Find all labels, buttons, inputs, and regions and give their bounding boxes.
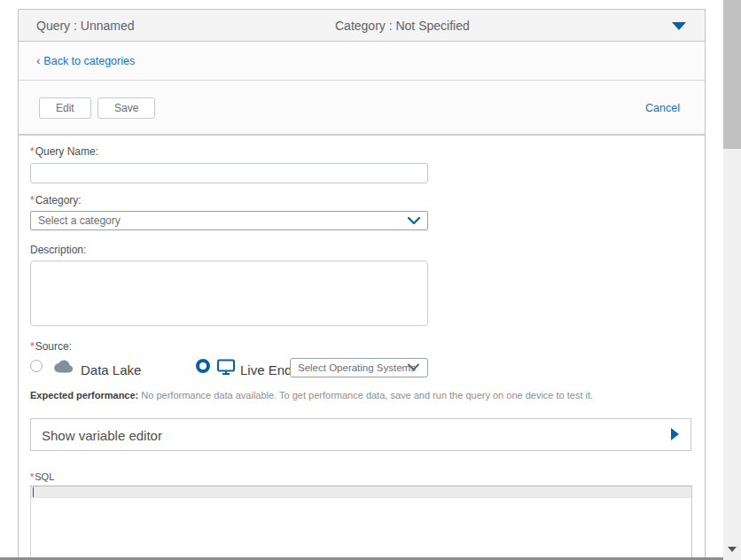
sql-active-line <box>31 486 691 498</box>
sql-label: *SQL <box>30 471 54 482</box>
operating-systems-select-value: Select Operating Systems <box>298 362 416 373</box>
description-label: Description: <box>30 244 86 256</box>
query-name-input[interactable] <box>30 163 428 183</box>
collapse-caret-icon[interactable] <box>672 22 686 30</box>
required-asterisk: * <box>30 145 35 158</box>
required-asterisk: * <box>30 340 35 353</box>
panel-header: Query : Unnamed Category : Not Specified <box>19 10 705 42</box>
cloud-icon <box>51 359 74 378</box>
sql-code-editor[interactable] <box>30 486 692 560</box>
category-select[interactable]: Select a category <box>30 211 428 230</box>
required-asterisk: * <box>30 471 34 482</box>
back-link-label: Back to categories <box>43 55 135 67</box>
cancel-link[interactable]: Cancel <box>645 102 680 114</box>
monitor-icon <box>216 358 236 379</box>
back-to-categories-link[interactable]: ‹Back to categories <box>36 54 135 67</box>
description-textarea[interactable] <box>30 261 428 326</box>
operating-systems-select[interactable]: Select Operating Systems <box>290 358 428 377</box>
chevron-down-icon <box>408 363 419 371</box>
show-variable-editor-label: Show variable editor <box>42 428 162 443</box>
query-title: Query : Unnamed <box>36 19 135 33</box>
text-caret <box>33 487 34 497</box>
source-label: *Source: <box>30 340 72 353</box>
expected-performance-text: No performance data available. To get pe… <box>138 390 593 401</box>
show-variable-editor-toggle[interactable]: Show variable editor <box>30 418 691 451</box>
chevron-down-icon <box>408 216 420 225</box>
category-select-value: Select a category <box>38 214 121 227</box>
vertical-scrollbar-thumb[interactable] <box>723 0 741 149</box>
category-title: Category : Not Specified <box>335 19 470 33</box>
action-toolbar: Edit Save Cancel <box>19 81 705 136</box>
query-panel: Query : Unnamed Category : Not Specified… <box>18 9 706 560</box>
required-asterisk: * <box>30 194 35 206</box>
query-name-label: *Query Name: <box>30 145 98 158</box>
expected-performance-note: Expected performance: No performance dat… <box>30 390 593 401</box>
edit-button[interactable]: Edit <box>39 97 91 119</box>
back-row: ‹Back to categories <box>19 42 705 81</box>
category-label: *Category: <box>30 194 82 206</box>
data-lake-radio[interactable] <box>30 360 43 372</box>
live-endpoint-radio[interactable] <box>196 359 210 373</box>
scroll-down-arrow-icon[interactable] <box>728 547 737 552</box>
back-chevron-icon: ‹ <box>36 54 40 67</box>
data-lake-option-label: Data Lake <box>81 362 141 377</box>
query-editor-screen: Query : Unnamed Category : Not Specified… <box>0 0 741 560</box>
expand-right-icon <box>671 428 679 440</box>
expected-performance-label: Expected performance: <box>30 390 138 401</box>
save-button[interactable]: Save <box>98 97 155 119</box>
